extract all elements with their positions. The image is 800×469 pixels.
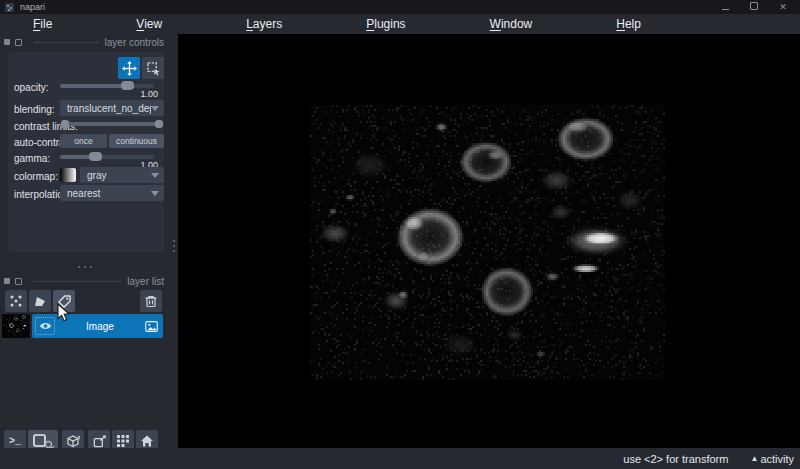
trash-icon — [144, 294, 158, 308]
layer-controls-header: layer controls — [4, 36, 164, 48]
menu-help[interactable]: Help — [616, 17, 641, 31]
colormap-value: gray — [80, 170, 151, 181]
gamma-label: gamma: — [14, 153, 50, 164]
image-layer-type-icon — [145, 321, 158, 332]
menu-window[interactable]: Window — [490, 17, 533, 31]
panel-resize-handle[interactable] — [0, 266, 170, 268]
pan-zoom-mode-button[interactable] — [118, 57, 140, 79]
viewer-canvas[interactable] — [178, 34, 800, 448]
new-points-layer-button[interactable] — [5, 290, 27, 312]
minimize-icon — [722, 9, 729, 10]
layer-list-title: layer list — [127, 276, 164, 287]
ndisplay-icon — [32, 433, 54, 449]
points-icon — [9, 294, 23, 308]
dock-canvas-splitter[interactable] — [170, 34, 178, 448]
layer-thumbnail — [2, 314, 30, 338]
hide-panel-icon[interactable] — [15, 278, 22, 285]
console-icon: >_ — [9, 436, 21, 447]
menu-view[interactable]: View — [136, 17, 162, 31]
layer-controls-title: layer controls — [105, 37, 164, 48]
opacity-label: opacity: — [14, 82, 48, 93]
contrast-limits-slider[interactable] — [60, 119, 164, 129]
napari-window: napari ✕ File View Layers Plugins Window… — [0, 0, 800, 469]
layer-visibility-toggle[interactable] — [35, 317, 55, 335]
grid-icon — [116, 434, 130, 448]
header-divider — [33, 42, 99, 43]
chevron-down-icon — [151, 173, 159, 178]
transform-mode-button[interactable] — [142, 57, 164, 79]
labels-tag-icon — [57, 294, 72, 309]
contrast-high-handle[interactable] — [155, 120, 163, 128]
opacity-slider-handle[interactable] — [121, 81, 134, 90]
splitter-grip-icon — [173, 240, 175, 252]
chevron-down-icon — [151, 106, 159, 111]
window-titlebar: napari ✕ — [0, 0, 800, 14]
gamma-slider-handle[interactable] — [89, 152, 102, 161]
transform-icon — [146, 61, 161, 76]
auto-contrast-once-button[interactable]: once — [60, 134, 107, 148]
home-icon — [140, 434, 154, 448]
pan-arrows-icon — [122, 61, 137, 76]
auto-contrast-continuous-button[interactable]: continuous — [109, 134, 164, 148]
layer-name: Image — [55, 321, 145, 332]
minimize-button[interactable] — [720, 3, 730, 12]
layer-row-image[interactable]: Image — [32, 314, 163, 338]
colormap-dropdown[interactable]: gray — [80, 167, 164, 183]
header-divider — [33, 281, 121, 282]
menu-plugins[interactable]: Plugins — [366, 17, 405, 31]
menu-file[interactable]: File — [33, 17, 52, 31]
new-labels-layer-button[interactable] — [53, 290, 75, 312]
interpolation-dropdown[interactable]: nearest — [60, 185, 164, 201]
layer-list-header: layer list — [4, 275, 164, 287]
blending-dropdown[interactable]: translucent_no_depth — [60, 100, 164, 116]
float-panel-icon[interactable] — [4, 278, 10, 284]
status-hint: use <2> for transform — [623, 453, 728, 465]
new-shapes-layer-button[interactable] — [29, 290, 51, 312]
menu-bar: File View Layers Plugins Window Help — [0, 14, 800, 34]
maximize-button[interactable] — [749, 2, 759, 12]
contrast-low-handle[interactable] — [61, 120, 69, 128]
close-button[interactable]: ✕ — [778, 3, 788, 12]
image-layer-display[interactable] — [310, 105, 665, 380]
window-title: napari — [20, 2, 45, 12]
activity-label: activity — [760, 453, 794, 465]
transpose-icon — [92, 434, 107, 449]
close-icon: ✕ — [779, 2, 787, 12]
blending-value: translucent_no_depth — [60, 103, 151, 114]
opacity-value: 1.00 — [140, 89, 158, 99]
maximize-icon — [750, 2, 758, 10]
menu-layers[interactable]: Layers — [246, 17, 282, 31]
hide-panel-icon[interactable] — [15, 39, 22, 46]
colormap-label: colormap: — [14, 171, 58, 182]
napari-logo-icon — [5, 3, 14, 12]
layer-controls-panel: opacity: 1.00 blending: translucent_no_d… — [8, 52, 164, 252]
float-panel-icon[interactable] — [4, 39, 10, 45]
roll-cube-icon — [65, 433, 81, 449]
delete-layer-button[interactable] — [140, 290, 162, 312]
blending-label: blending: — [14, 104, 55, 115]
interpolation-value: nearest — [60, 188, 151, 199]
shapes-polygon-icon — [33, 294, 47, 308]
eye-icon — [39, 321, 52, 331]
chevron-down-icon — [151, 191, 159, 196]
left-dock-panel: layer controls opacity: 1.00 — [0, 34, 170, 469]
activity-expand-icon: ▲ — [750, 454, 758, 463]
colormap-gradient-thumbnail — [60, 168, 76, 182]
activity-button[interactable]: ▲ activity — [750, 453, 794, 465]
status-bar: use <2> for transform ▲ activity — [0, 448, 800, 469]
